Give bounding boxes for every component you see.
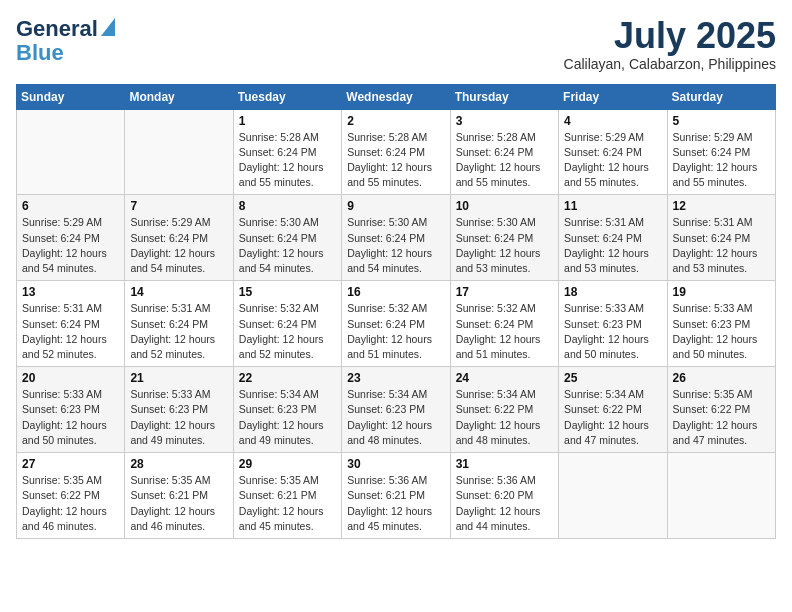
- weekday-header: Saturday: [667, 84, 775, 109]
- cell-date-number: 4: [564, 114, 661, 128]
- cell-date-number: 30: [347, 457, 444, 471]
- cell-date-number: 23: [347, 371, 444, 385]
- cell-date-number: 8: [239, 199, 336, 213]
- calendar-cell: 18Sunrise: 5:33 AM Sunset: 6:23 PM Dayli…: [559, 281, 667, 367]
- cell-sun-info: Sunrise: 5:30 AM Sunset: 6:24 PM Dayligh…: [239, 215, 336, 276]
- calendar-cell: 10Sunrise: 5:30 AM Sunset: 6:24 PM Dayli…: [450, 195, 558, 281]
- calendar-cell: 31Sunrise: 5:36 AM Sunset: 6:20 PM Dayli…: [450, 453, 558, 539]
- cell-sun-info: Sunrise: 5:28 AM Sunset: 6:24 PM Dayligh…: [239, 130, 336, 191]
- calendar-cell: [125, 109, 233, 195]
- calendar-cell: 12Sunrise: 5:31 AM Sunset: 6:24 PM Dayli…: [667, 195, 775, 281]
- weekday-header: Monday: [125, 84, 233, 109]
- calendar-cell: 2Sunrise: 5:28 AM Sunset: 6:24 PM Daylig…: [342, 109, 450, 195]
- cell-sun-info: Sunrise: 5:29 AM Sunset: 6:24 PM Dayligh…: [564, 130, 661, 191]
- cell-date-number: 6: [22, 199, 119, 213]
- calendar-cell: 23Sunrise: 5:34 AM Sunset: 6:23 PM Dayli…: [342, 367, 450, 453]
- cell-sun-info: Sunrise: 5:31 AM Sunset: 6:24 PM Dayligh…: [22, 301, 119, 362]
- calendar-header-row: SundayMondayTuesdayWednesdayThursdayFrid…: [17, 84, 776, 109]
- cell-date-number: 29: [239, 457, 336, 471]
- cell-sun-info: Sunrise: 5:30 AM Sunset: 6:24 PM Dayligh…: [347, 215, 444, 276]
- cell-sun-info: Sunrise: 5:33 AM Sunset: 6:23 PM Dayligh…: [673, 301, 770, 362]
- cell-date-number: 2: [347, 114, 444, 128]
- calendar-week-row: 20Sunrise: 5:33 AM Sunset: 6:23 PM Dayli…: [17, 367, 776, 453]
- cell-date-number: 5: [673, 114, 770, 128]
- calendar-cell: 3Sunrise: 5:28 AM Sunset: 6:24 PM Daylig…: [450, 109, 558, 195]
- cell-sun-info: Sunrise: 5:28 AM Sunset: 6:24 PM Dayligh…: [456, 130, 553, 191]
- cell-date-number: 22: [239, 371, 336, 385]
- calendar-cell: 24Sunrise: 5:34 AM Sunset: 6:22 PM Dayli…: [450, 367, 558, 453]
- cell-date-number: 25: [564, 371, 661, 385]
- title-block: July 2025 Calilayan, Calabarzon, Philipp…: [564, 16, 776, 72]
- calendar-cell: [667, 453, 775, 539]
- cell-date-number: 16: [347, 285, 444, 299]
- cell-sun-info: Sunrise: 5:32 AM Sunset: 6:24 PM Dayligh…: [347, 301, 444, 362]
- cell-sun-info: Sunrise: 5:34 AM Sunset: 6:23 PM Dayligh…: [239, 387, 336, 448]
- cell-date-number: 12: [673, 199, 770, 213]
- calendar-cell: 1Sunrise: 5:28 AM Sunset: 6:24 PM Daylig…: [233, 109, 341, 195]
- cell-sun-info: Sunrise: 5:34 AM Sunset: 6:22 PM Dayligh…: [564, 387, 661, 448]
- location-subtitle: Calilayan, Calabarzon, Philippines: [564, 56, 776, 72]
- weekday-header: Friday: [559, 84, 667, 109]
- cell-date-number: 9: [347, 199, 444, 213]
- calendar-cell: 15Sunrise: 5:32 AM Sunset: 6:24 PM Dayli…: [233, 281, 341, 367]
- calendar-table: SundayMondayTuesdayWednesdayThursdayFrid…: [16, 84, 776, 539]
- cell-sun-info: Sunrise: 5:31 AM Sunset: 6:24 PM Dayligh…: [673, 215, 770, 276]
- calendar-cell: 9Sunrise: 5:30 AM Sunset: 6:24 PM Daylig…: [342, 195, 450, 281]
- cell-sun-info: Sunrise: 5:33 AM Sunset: 6:23 PM Dayligh…: [130, 387, 227, 448]
- calendar-cell: 17Sunrise: 5:32 AM Sunset: 6:24 PM Dayli…: [450, 281, 558, 367]
- cell-date-number: 3: [456, 114, 553, 128]
- cell-sun-info: Sunrise: 5:36 AM Sunset: 6:21 PM Dayligh…: [347, 473, 444, 534]
- cell-sun-info: Sunrise: 5:32 AM Sunset: 6:24 PM Dayligh…: [456, 301, 553, 362]
- cell-date-number: 19: [673, 285, 770, 299]
- cell-date-number: 31: [456, 457, 553, 471]
- calendar-cell: 26Sunrise: 5:35 AM Sunset: 6:22 PM Dayli…: [667, 367, 775, 453]
- cell-date-number: 17: [456, 285, 553, 299]
- calendar-cell: 8Sunrise: 5:30 AM Sunset: 6:24 PM Daylig…: [233, 195, 341, 281]
- calendar-cell: 14Sunrise: 5:31 AM Sunset: 6:24 PM Dayli…: [125, 281, 233, 367]
- cell-sun-info: Sunrise: 5:34 AM Sunset: 6:23 PM Dayligh…: [347, 387, 444, 448]
- calendar-cell: 21Sunrise: 5:33 AM Sunset: 6:23 PM Dayli…: [125, 367, 233, 453]
- cell-sun-info: Sunrise: 5:35 AM Sunset: 6:22 PM Dayligh…: [673, 387, 770, 448]
- cell-date-number: 15: [239, 285, 336, 299]
- cell-sun-info: Sunrise: 5:29 AM Sunset: 6:24 PM Dayligh…: [22, 215, 119, 276]
- cell-sun-info: Sunrise: 5:31 AM Sunset: 6:24 PM Dayligh…: [130, 301, 227, 362]
- cell-date-number: 1: [239, 114, 336, 128]
- logo: General Blue: [16, 16, 115, 64]
- calendar-cell: 7Sunrise: 5:29 AM Sunset: 6:24 PM Daylig…: [125, 195, 233, 281]
- cell-date-number: 26: [673, 371, 770, 385]
- cell-sun-info: Sunrise: 5:31 AM Sunset: 6:24 PM Dayligh…: [564, 215, 661, 276]
- cell-sun-info: Sunrise: 5:33 AM Sunset: 6:23 PM Dayligh…: [22, 387, 119, 448]
- logo-arrow-icon: [101, 18, 115, 40]
- svg-marker-0: [101, 18, 115, 36]
- calendar-cell: 30Sunrise: 5:36 AM Sunset: 6:21 PM Dayli…: [342, 453, 450, 539]
- cell-sun-info: Sunrise: 5:29 AM Sunset: 6:24 PM Dayligh…: [673, 130, 770, 191]
- cell-date-number: 14: [130, 285, 227, 299]
- cell-sun-info: Sunrise: 5:36 AM Sunset: 6:20 PM Dayligh…: [456, 473, 553, 534]
- weekday-header: Sunday: [17, 84, 125, 109]
- calendar-cell: [17, 109, 125, 195]
- page-header: General Blue July 2025 Calilayan, Calaba…: [16, 16, 776, 72]
- calendar-cell: 25Sunrise: 5:34 AM Sunset: 6:22 PM Dayli…: [559, 367, 667, 453]
- calendar-cell: 19Sunrise: 5:33 AM Sunset: 6:23 PM Dayli…: [667, 281, 775, 367]
- calendar-cell: 6Sunrise: 5:29 AM Sunset: 6:24 PM Daylig…: [17, 195, 125, 281]
- cell-date-number: 13: [22, 285, 119, 299]
- cell-sun-info: Sunrise: 5:35 AM Sunset: 6:22 PM Dayligh…: [22, 473, 119, 534]
- calendar-cell: 29Sunrise: 5:35 AM Sunset: 6:21 PM Dayli…: [233, 453, 341, 539]
- cell-sun-info: Sunrise: 5:35 AM Sunset: 6:21 PM Dayligh…: [130, 473, 227, 534]
- cell-date-number: 18: [564, 285, 661, 299]
- cell-sun-info: Sunrise: 5:33 AM Sunset: 6:23 PM Dayligh…: [564, 301, 661, 362]
- cell-sun-info: Sunrise: 5:29 AM Sunset: 6:24 PM Dayligh…: [130, 215, 227, 276]
- calendar-cell: 20Sunrise: 5:33 AM Sunset: 6:23 PM Dayli…: [17, 367, 125, 453]
- cell-date-number: 21: [130, 371, 227, 385]
- cell-date-number: 7: [130, 199, 227, 213]
- cell-sun-info: Sunrise: 5:28 AM Sunset: 6:24 PM Dayligh…: [347, 130, 444, 191]
- cell-sun-info: Sunrise: 5:32 AM Sunset: 6:24 PM Dayligh…: [239, 301, 336, 362]
- cell-sun-info: Sunrise: 5:35 AM Sunset: 6:21 PM Dayligh…: [239, 473, 336, 534]
- cell-date-number: 20: [22, 371, 119, 385]
- logo-general-text: General: [16, 16, 98, 42]
- cell-date-number: 28: [130, 457, 227, 471]
- calendar-week-row: 1Sunrise: 5:28 AM Sunset: 6:24 PM Daylig…: [17, 109, 776, 195]
- calendar-week-row: 27Sunrise: 5:35 AM Sunset: 6:22 PM Dayli…: [17, 453, 776, 539]
- weekday-header: Thursday: [450, 84, 558, 109]
- cell-date-number: 11: [564, 199, 661, 213]
